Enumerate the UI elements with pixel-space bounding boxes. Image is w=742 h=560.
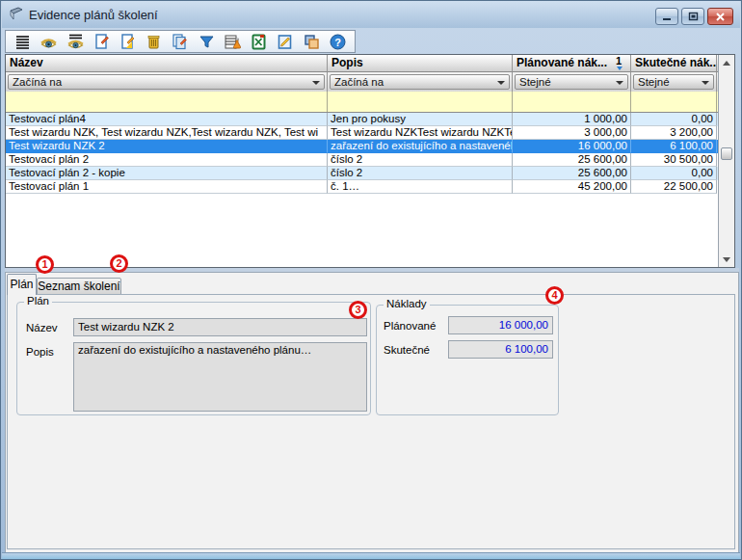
export-excel-icon[interactable] [251, 34, 267, 50]
annotation-circle-4: 4 [545, 286, 564, 305]
wizard-icon[interactable] [225, 34, 241, 50]
tab-plan[interactable]: Plán [7, 274, 37, 295]
filter-input-planovane[interactable] [513, 92, 631, 112]
annotation-circle-2: 2 [110, 254, 128, 273]
filter-combo-planovane[interactable]: Stejné [515, 74, 628, 90]
filter-combo-skutecne[interactable]: Stejné [633, 74, 714, 90]
plan-groupbox: Plán Název Test wizardu NZK 2 Popis zařa… [16, 302, 371, 415]
help-icon[interactable]: ? [330, 34, 346, 50]
svg-text:?: ? [334, 36, 341, 47]
annotation-circle-1: 1 [36, 255, 54, 274]
column-header-nazev[interactable]: Název [6, 55, 328, 72]
chevron-down-icon [497, 81, 505, 85]
filter-input-nazev[interactable] [6, 92, 328, 112]
vertical-scrollbar[interactable] [718, 55, 734, 267]
merge-icon[interactable] [304, 34, 320, 50]
minimize-button[interactable] [655, 8, 678, 25]
planovane-field[interactable]: 16 000,00 [448, 316, 553, 334]
window-bottom-border [2, 552, 740, 559]
table-row[interactable]: Testovací plán4Jen pro pokusy1 000,000,0… [6, 113, 718, 126]
tab-seznam-skoleni[interactable]: Seznam školení [37, 278, 121, 295]
table-row-selected[interactable]: Test wizardu NZK 2zařazení do existující… [6, 140, 718, 153]
nazev-label: Název [26, 322, 58, 333]
filter-value-row [6, 92, 718, 113]
sort-order-badge: 1 [616, 55, 622, 67]
filter-input-skutecne[interactable] [631, 92, 717, 112]
view-icon[interactable] [40, 34, 57, 50]
data-grid: Název Popis Plánované nák...1 Skutečné n… [5, 54, 735, 268]
tab-page-plan: Plán Název Test wizardu NZK 2 Popis zařa… [7, 294, 735, 549]
sort-direction-icon [617, 67, 623, 70]
new-record-icon[interactable] [93, 34, 110, 50]
naklady-groupbox: Náklady Plánované 16 000,00 Skutečné 6 1… [376, 305, 559, 415]
table-row[interactable]: Testovací plán 1č. 1…45 200,0022 500,00 [6, 180, 718, 194]
column-header-skutecne[interactable]: Skutečné nák... [631, 55, 717, 72]
maximize-button[interactable] [681, 8, 704, 25]
grid-header-row: Název Popis Plánované nák...1 Skutečné n… [6, 55, 718, 72]
table-row[interactable]: Test wizardu NZK, Test wizardu NZK,Test … [6, 126, 718, 140]
planovane-label: Plánované [384, 320, 436, 332]
nazev-field[interactable]: Test wizardu NZK 2 [73, 318, 367, 336]
table-row[interactable]: Testovací plán 2číslo 225 600,0030 500,0… [6, 153, 718, 167]
copy-record-icon[interactable] [172, 34, 188, 50]
filter-operator-row: Začíná na Začíná na Stejné Stejné [6, 72, 718, 92]
popis-field[interactable]: zařazení do existujícího a nastaveného p… [73, 342, 367, 412]
chevron-down-icon [312, 81, 320, 85]
title-bar: Evidence plánů školení [2, 1, 740, 28]
scrollbar-thumb[interactable] [721, 147, 732, 160]
close-button[interactable] [707, 8, 733, 25]
table-row[interactable]: Testovací plán 2 - kopiečíslo 225 600,00… [6, 167, 718, 180]
filter-input-popis[interactable] [328, 92, 513, 112]
window-title: Evidence plánů školení [29, 8, 158, 22]
skutecne-label: Skutečné [384, 344, 430, 356]
delete-record-icon[interactable] [146, 34, 162, 50]
filter-icon[interactable] [199, 34, 215, 50]
filter-combo-nazev[interactable]: Začíná na [8, 74, 325, 90]
note-icon[interactable] [277, 34, 293, 50]
view-detail-icon[interactable] [67, 34, 84, 50]
chevron-down-icon [616, 81, 623, 85]
skutecne-field[interactable]: 6 100,00 [448, 340, 553, 359]
chevron-down-icon [702, 81, 709, 85]
scroll-up-icon[interactable] [719, 55, 734, 70]
column-header-popis[interactable]: Popis [328, 55, 513, 72]
edit-record-icon[interactable] [119, 34, 136, 50]
filter-combo-popis[interactable]: Začíná na [330, 74, 510, 90]
column-header-planovane[interactable]: Plánované nák...1 [513, 55, 631, 72]
toolbar: ? [5, 30, 356, 53]
annotation-circle-3: 3 [349, 301, 367, 319]
list-icon[interactable] [14, 34, 31, 50]
detail-panel: Plán Seznam školení Plán Název Test wiza… [5, 272, 739, 553]
popis-label: Popis [26, 346, 54, 358]
app-icon [9, 7, 24, 22]
scroll-down-icon[interactable] [719, 252, 734, 267]
app-window: Evidence plánů školení ? Název Popis Plá… [0, 0, 742, 560]
